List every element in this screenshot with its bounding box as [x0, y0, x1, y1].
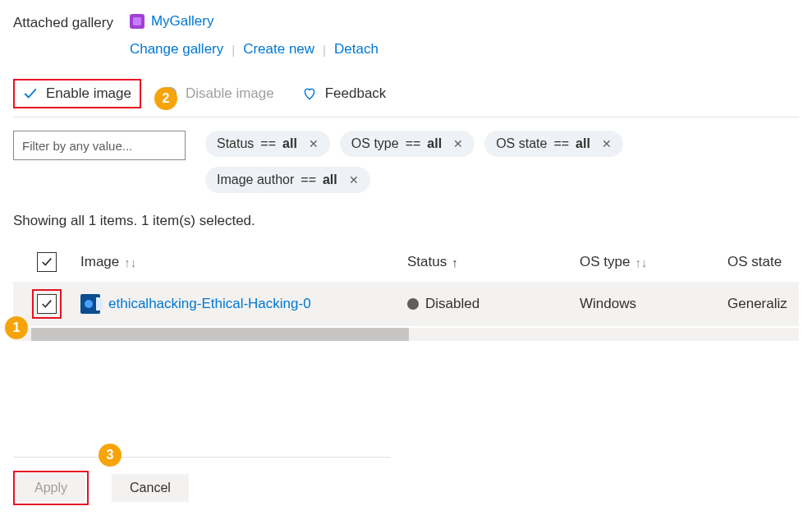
check-icon — [23, 86, 38, 101]
action-bar: Apply Cancel — [13, 457, 391, 505]
close-icon[interactable]: ✕ — [602, 137, 612, 150]
column-header-osstate[interactable]: OS state — [727, 254, 799, 270]
filter-pill-status[interactable]: Status == all ✕ — [205, 131, 330, 157]
select-all-checkbox[interactable] — [37, 252, 57, 272]
column-header-status[interactable]: Status ↑ — [407, 254, 580, 270]
gallery-header: Attached gallery MyGallery Change galler… — [13, 13, 799, 58]
gallery-actions: Change gallery | Create new | Detach — [130, 41, 378, 58]
sort-icon: ↑↓ — [635, 255, 647, 269]
disable-image-label: Disable image — [186, 85, 274, 102]
separator: | — [232, 43, 235, 57]
sort-asc-icon: ↑ — [452, 255, 458, 269]
heart-icon — [302, 86, 317, 101]
horizontal-scrollbar[interactable] — [13, 328, 799, 341]
items-summary: Showing all 1 items. 1 item(s) selected. — [13, 213, 799, 229]
feedback-button[interactable]: Feedback — [296, 82, 393, 105]
gallery-name-link[interactable]: MyGallery — [151, 13, 214, 30]
close-icon[interactable]: ✕ — [349, 173, 359, 186]
status-dot-icon — [407, 298, 419, 310]
scrollbar-thumb[interactable] — [31, 328, 409, 341]
close-icon[interactable]: ✕ — [453, 137, 463, 150]
ostype-cell: Windows — [580, 296, 727, 312]
filter-row: Status == all ✕ OS type == all ✕ OS stat… — [13, 117, 799, 193]
separator: | — [323, 43, 326, 57]
sort-icon: ↑↓ — [124, 255, 136, 269]
images-table: Image ↑↓ Status ↑ OS type ↑↓ OS state — [13, 246, 799, 341]
callout-3: 3 — [99, 444, 122, 467]
filter-pill-osstate[interactable]: OS state == all ✕ — [484, 131, 623, 157]
filter-pills: Status == all ✕ OS type == all ✕ OS stat… — [205, 131, 731, 193]
osstate-cell: Generaliz — [727, 296, 799, 312]
image-name-link[interactable]: ethicalhacking-Ethical-Hacking-0 — [108, 296, 311, 312]
column-header-image[interactable]: Image ↑↓ — [80, 254, 407, 270]
toolbar: Enable image Disable image Feedback — [13, 71, 799, 117]
gallery-icon — [130, 14, 145, 29]
table-header: Image ↑↓ Status ↑ OS type ↑↓ OS state — [13, 246, 799, 282]
vm-image-icon — [80, 294, 100, 314]
filter-pill-ostype[interactable]: OS type == all ✕ — [340, 131, 475, 157]
filter-pill-author[interactable]: Image author == all ✕ — [205, 167, 370, 193]
gallery-right: MyGallery Change gallery | Create new | … — [130, 13, 378, 58]
image-cell: ethicalhacking-Ethical-Hacking-0 — [80, 294, 407, 314]
column-header-ostype[interactable]: OS type ↑↓ — [580, 254, 727, 270]
filter-input[interactable] — [13, 131, 186, 160]
detach-link[interactable]: Detach — [334, 41, 378, 58]
create-new-link[interactable]: Create new — [243, 41, 314, 58]
callout-2: 2 — [154, 87, 177, 110]
row-checkbox[interactable] — [37, 294, 57, 314]
enable-image-label: Enable image — [46, 85, 131, 102]
gallery-label: Attached gallery — [13, 13, 113, 31]
change-gallery-link[interactable]: Change gallery — [130, 41, 223, 58]
close-icon[interactable]: ✕ — [309, 137, 319, 150]
table-row[interactable]: ethicalhacking-Ethical-Hacking-0 Disable… — [13, 282, 799, 326]
callout-1: 1 — [5, 316, 28, 339]
feedback-label: Feedback — [325, 85, 387, 102]
apply-button[interactable]: Apply — [16, 474, 85, 502]
status-cell: Disabled — [407, 296, 580, 312]
enable-image-button[interactable]: Enable image — [13, 79, 141, 108]
gallery-name-row: MyGallery — [130, 13, 378, 30]
cancel-button[interactable]: Cancel — [112, 474, 189, 502]
